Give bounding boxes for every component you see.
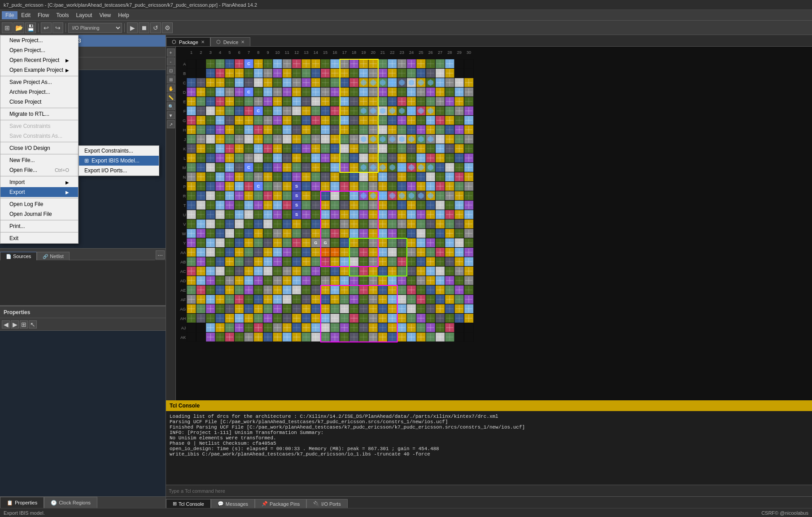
sep3 (0, 120, 78, 120)
sources-netlist-tabs: 📄 Sources 🔗 Netlist ··· (0, 249, 166, 260)
clock-icon: 🕐 (51, 500, 57, 506)
menu-layout[interactable]: Layout (72, 11, 96, 19)
sep5 (0, 154, 78, 154)
sources-tabs-container: 📄 Sources 🔗 Netlist ··· (0, 249, 166, 306)
tab-clock-regions[interactable]: 🕐 Clock Regions (44, 497, 97, 508)
menu-file[interactable]: File (2, 11, 17, 19)
menu-tools[interactable]: Tools (52, 11, 72, 19)
tab-netlist[interactable]: 🔗 Netlist (37, 252, 70, 260)
chip-left-toolbar: + - ⊡ ⊞ ✋ 📏 🔍 ▼ ↗ (166, 47, 176, 400)
tab-device[interactable]: ⬡ Device ✕ (210, 37, 251, 46)
toolbar-undo[interactable]: ↩ (41, 22, 52, 33)
console-content[interactable]: Loading list of drcs for the architectur… (166, 411, 812, 485)
sep4 (0, 142, 78, 142)
toolbar-stop[interactable]: ⏹ (139, 22, 149, 33)
sep7 (0, 198, 78, 198)
highlight-btn[interactable]: 🔍 (167, 102, 175, 110)
console-line-3: Finished Parsing UCF File [C:/pae_work/p… (170, 425, 808, 430)
sources-more-btn[interactable]: ··· (156, 250, 165, 259)
menu-save-constraints-as: Save Constraints As... (0, 131, 78, 141)
props-toolbar: ◀ ▶ ⊞ ↖ (0, 318, 166, 331)
export-chip-btn[interactable]: ↗ (167, 120, 175, 128)
file-menu-dropdown: New Project... Open Project... Open Rece… (0, 35, 79, 244)
console-tab-tcl[interactable]: ⊞ Tcl Console (166, 499, 211, 508)
toolbar-new[interactable]: ⊞ (2, 22, 13, 33)
tab-package[interactable]: ⬡ Package ✕ (166, 37, 210, 46)
io-ports-label: I/O Ports (321, 501, 341, 507)
menu-open-journal[interactable]: Open Journal File (0, 209, 78, 219)
menu-open-file[interactable]: Open File... Ctrl+O (0, 165, 78, 175)
toolbar-sep1 (38, 23, 39, 32)
props-action-btn[interactable]: ⊞ (20, 320, 28, 329)
console-line-4: INFO: [Project 1-111] Unisim Transformat… (170, 430, 808, 435)
console-input-field[interactable] (169, 488, 809, 494)
console-tab-messages[interactable]: 💬 Messages (211, 499, 255, 508)
props-back-btn[interactable]: ◀ (2, 320, 10, 329)
menu-help[interactable]: Help (114, 11, 133, 19)
console-header: Tcl Console (166, 400, 812, 411)
export-constraints[interactable]: Export Constraints... (79, 146, 159, 156)
toolbar-redo[interactable]: ↪ (52, 22, 63, 33)
menu-flow[interactable]: Flow (34, 11, 52, 19)
console-tabs: ⊞ Tcl Console 💬 Messages 📌 Package Pins … (166, 496, 812, 508)
filter-btn[interactable]: ▼ (167, 111, 175, 119)
menu-new-project[interactable]: New Project... (0, 35, 78, 45)
menu-save-as[interactable]: Save Project As... (0, 77, 78, 87)
toolbar-run[interactable]: ▶ (127, 22, 138, 33)
flow-dropdown[interactable]: I/O Planning (68, 23, 122, 33)
package-icon: ⬡ (172, 39, 176, 45)
menu-close-project[interactable]: Close Project (0, 97, 78, 107)
menu-open-project[interactable]: Open Project... (0, 45, 78, 55)
sep2 (0, 108, 78, 108)
pan-btn[interactable]: ✋ (167, 84, 175, 92)
toolbar-open[interactable]: 📂 (13, 22, 24, 33)
zoom-out-btn[interactable]: - (167, 57, 175, 66)
menu-archive[interactable]: Archive Project... (0, 87, 78, 97)
tab-sources[interactable]: 📄 Sources (0, 252, 37, 260)
console-tab-package-pins[interactable]: 📌 Package Pins (255, 499, 306, 508)
package-device-tabs: ⬡ Package ✕ ⬡ Device ✕ (166, 35, 812, 47)
zoom-in-btn[interactable]: + (167, 48, 175, 57)
sources-content (0, 260, 166, 305)
zoom-fit-btn[interactable]: ⊡ (167, 66, 175, 74)
tcl-icon: ⊞ (173, 501, 177, 507)
device-close[interactable]: ✕ (241, 39, 244, 44)
menu-new-file[interactable]: New File... (0, 155, 78, 165)
export-ibis-model[interactable]: ⊞ Export IBIS Model... (79, 156, 159, 166)
props-fwd-btn[interactable]: ▶ (11, 320, 19, 329)
menu-edit[interactable]: Edit (17, 11, 34, 19)
right-panel: ⬡ Package ✕ ⬡ Device ✕ + - ⊡ ⊞ ✋ 📏 🔍 ▼ (166, 35, 812, 508)
props-cursor-btn[interactable]: ↖ (29, 320, 37, 329)
tab-properties[interactable]: 📋 Properties (0, 497, 44, 508)
ruler-btn[interactable]: 📏 (167, 93, 175, 101)
export-io-ports[interactable]: Export I/O Ports... (79, 166, 159, 175)
menu-migrate[interactable]: Migrate to RTL... (0, 109, 78, 119)
menu-open-log[interactable]: Open Log File (0, 199, 78, 209)
package-label: Package (179, 39, 198, 45)
menu-exit[interactable]: Exit (0, 233, 78, 243)
console-line-8: open_io_design: Time (s): elapsed = 00:0… (170, 446, 808, 451)
toolbar-reset[interactable]: ↺ (150, 22, 161, 33)
menu-close-io[interactable]: Close I/O Design (0, 143, 78, 153)
package-close[interactable]: ✕ (201, 39, 205, 44)
menu-export[interactable]: Export ▶ (0, 187, 78, 197)
menu-view[interactable]: View (96, 11, 114, 19)
toolbar-save[interactable]: 💾 (25, 22, 36, 33)
chip-area[interactable]: + - ⊡ ⊞ ✋ 📏 🔍 ▼ ↗ (166, 47, 812, 400)
sep1 (0, 76, 78, 76)
menu-open-recent[interactable]: Open Recent Project ▶ (0, 55, 78, 65)
clock-regions-label: Clock Regions (59, 500, 91, 505)
netlist-tab-icon: 🔗 (43, 254, 48, 259)
menu-import[interactable]: Import ▶ (0, 177, 78, 187)
status-right: CSRF© @nicoolabus (761, 510, 808, 516)
toolbar-settings[interactable]: ⚙ (162, 22, 173, 33)
menu-open-example[interactable]: Open Example Project ▶ (0, 65, 78, 75)
zoom-sel-btn[interactable]: ⊞ (167, 75, 175, 83)
console-tab-io-ports[interactable]: 🔌 I/O Ports (306, 499, 347, 508)
toolbar-sep2 (65, 23, 66, 32)
props-icon: 📋 (7, 500, 13, 506)
menu-print[interactable]: Print... (0, 221, 78, 231)
pkg-pins-label: Package Pins (270, 501, 300, 507)
console-input-area[interactable] (166, 485, 812, 496)
chip-canvas[interactable] (176, 47, 812, 400)
